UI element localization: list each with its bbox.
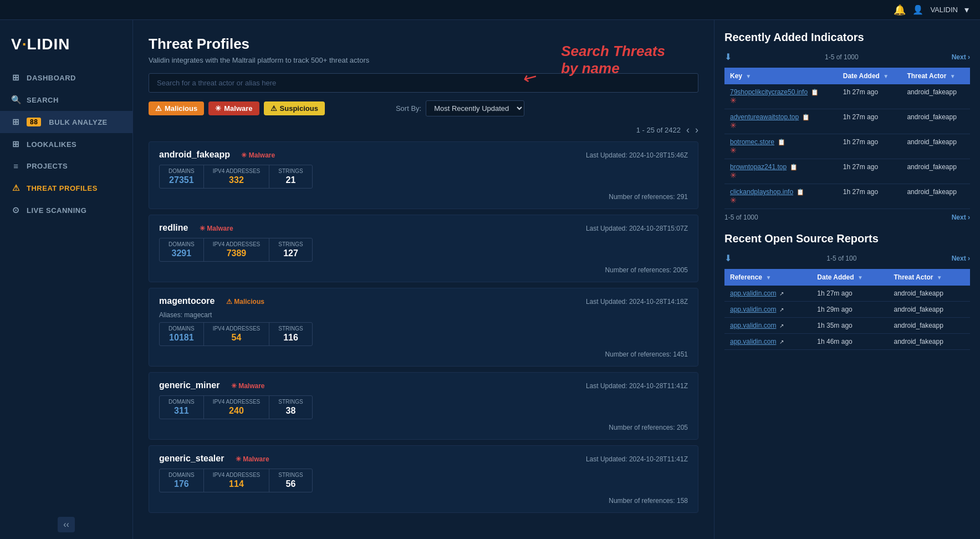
card-name[interactable]: redline xyxy=(159,223,188,232)
stat-strings: Strings 127 xyxy=(269,238,312,261)
copy-icon[interactable]: 📋 xyxy=(790,164,798,170)
indicator-key-link[interactable]: 79shopclikcitycraze50.info xyxy=(730,88,808,96)
copy-icon[interactable]: 📋 xyxy=(811,89,819,95)
sidebar-item-dashboard[interactable]: ⊞ DASHBOARD xyxy=(0,67,132,89)
sidebar-item-bulk-analyze[interactable]: ⊞ 88 BULK ANALYZE xyxy=(0,111,132,133)
stat-domains-value: 3291 xyxy=(169,248,195,258)
card-last-updated: Last Updated: 2024-10-28T15:46Z xyxy=(586,151,688,159)
page-title: Threat Profiles xyxy=(149,35,698,53)
col-actor-osr-filter-icon[interactable]: ▼ xyxy=(937,274,942,281)
stat-domains-value: 311 xyxy=(169,406,195,416)
col-threat-actor-osr: Threat Actor ▼ xyxy=(888,269,970,286)
card-badge-malicious: ⚠ Malicious xyxy=(222,297,269,307)
recently-added-footer-next[interactable]: Next › xyxy=(952,213,970,221)
logo-v: V xyxy=(11,35,22,53)
sidebar-item-projects[interactable]: ≡ PROJECTS xyxy=(0,155,132,177)
card-last-updated: Last Updated: 2024-10-28T15:07Z xyxy=(586,225,688,232)
threat-search-input[interactable] xyxy=(149,73,698,93)
external-link-icon: ↗ xyxy=(779,307,784,313)
col-date-filter-icon[interactable]: ▼ xyxy=(883,73,889,79)
filter-malware-badge[interactable]: ✳ Malware xyxy=(208,101,259,115)
threat-actor-cell: android_fakeapp xyxy=(888,334,970,350)
card-last-updated: Last Updated: 2024-10-28T11:41Z xyxy=(586,455,688,463)
indicator-key-link[interactable]: adventureawaitstop.top xyxy=(730,113,799,121)
card-stats: Domains 176 IPv4 Addresses 114 Strings 5… xyxy=(159,469,313,492)
sidebar-item-search-label: SEARCH xyxy=(27,96,59,104)
topbar-dropdown-icon[interactable]: ▾ xyxy=(964,4,969,15)
logo-text: V·LIDIN xyxy=(11,35,121,53)
filter-suspicious-badge[interactable]: ⚠ Suspicious xyxy=(264,101,325,115)
stat-domains-label: Domains xyxy=(169,399,195,405)
stat-strings: Strings 21 xyxy=(269,165,312,188)
col-date-osr-filter-icon[interactable]: ▼ xyxy=(858,274,863,281)
col-actor-filter-icon[interactable]: ▼ xyxy=(950,73,956,79)
sidebar-item-lookalikes[interactable]: ⊞ LOOKALIKES xyxy=(0,133,132,155)
open-source-download-icon[interactable]: ⬇ xyxy=(724,253,732,263)
indicator-key-link[interactable]: browntopaz241.top xyxy=(730,163,787,171)
indicator-key-cell: browntopaz241.top 📋 ✳ xyxy=(724,159,838,184)
topbar-user-label[interactable]: VALIDIN xyxy=(930,6,958,14)
sidebar-item-threat-profiles-label: THREAT PROFILES xyxy=(27,184,98,192)
stat-strings-value: 116 xyxy=(278,333,303,343)
threat-cards-list: android_fakeapp ✳ Malware Last Updated: … xyxy=(149,141,698,513)
recently-added-download-icon[interactable]: ⬇ xyxy=(724,52,732,62)
sort-select[interactable]: Most Recently Updated Name A-Z Most Doma… xyxy=(426,100,524,116)
card-name-section: magentocore ⚠ Malicious xyxy=(159,296,269,307)
table-row: 79shopclikcitycraze50.info 📋 ✳ 1h 27m ag… xyxy=(724,84,970,109)
stat-ipv4-label: IPv4 Addresses xyxy=(213,399,261,405)
card-header: generic_miner ✳ Malware Last Updated: 20… xyxy=(159,380,688,391)
logo-rest: LIDIN xyxy=(27,35,70,53)
sidebar-item-live-scanning[interactable]: ⊙ LIVE SCANNING xyxy=(0,199,132,221)
reference-link[interactable]: app.validin.com xyxy=(730,338,776,345)
reference-link[interactable]: app.validin.com xyxy=(730,289,776,297)
suspicious-label: Suspicious xyxy=(280,104,318,113)
table-row: botromec.store 📋 ✳ 1h 27m ago android_fa… xyxy=(724,134,970,159)
col-threat-actor: Threat Actor ▼ xyxy=(901,68,970,84)
card-name[interactable]: android_fakeapp xyxy=(159,150,230,159)
copy-icon[interactable]: 📋 xyxy=(802,114,810,120)
stat-ipv4-label: IPv4 Addresses xyxy=(213,168,261,174)
indicator-key-link[interactable]: clickandplayshop.info xyxy=(730,188,793,196)
card-header: android_fakeapp ✳ Malware Last Updated: … xyxy=(159,150,688,160)
open-source-next-button[interactable]: Next › xyxy=(952,255,970,262)
external-link-icon: ↗ xyxy=(779,339,784,345)
page-subtitle: Validin integrates with the Maltrail pla… xyxy=(149,56,698,64)
card-refs: Number of references: 1451 xyxy=(159,350,688,358)
malware-indicator-icon: ✳ xyxy=(730,96,832,105)
threat-profiles-icon: ⚠ xyxy=(11,183,21,193)
table-row: clickandplayshop.info 📋 ✳ 1h 27m ago and… xyxy=(724,184,970,209)
stat-domains-label: Domains xyxy=(169,326,195,332)
stat-domains: Domains 27351 xyxy=(160,165,204,188)
card-header: magentocore ⚠ Malicious Last Updated: 20… xyxy=(159,296,688,307)
copy-icon[interactable]: 📋 xyxy=(778,139,785,145)
filter-malicious-badge[interactable]: ⚠ Malicious xyxy=(149,101,204,115)
col-key-filter-icon[interactable]: ▼ xyxy=(746,73,751,79)
col-ref-filter-icon[interactable]: ▼ xyxy=(765,274,771,281)
copy-icon[interactable]: 📋 xyxy=(797,189,804,195)
main-content: Threat Profiles Validin integrates with … xyxy=(133,20,714,539)
table-row: adventureawaitstop.top 📋 ✳ 1h 27m ago an… xyxy=(724,109,970,134)
reference-link[interactable]: app.validin.com xyxy=(730,306,776,313)
table-row: app.validin.com ↗ 1h 35m ago android_fak… xyxy=(724,318,970,334)
next-page-button[interactable]: › xyxy=(695,124,698,136)
sidebar-item-search[interactable]: 🔍 SEARCH xyxy=(0,89,132,111)
card-refs: Number of references: 205 xyxy=(159,424,688,431)
stat-ipv4-value: 332 xyxy=(213,175,261,185)
sort-by-label: Sort By: xyxy=(396,104,421,113)
col-date-added-osr: Date Added ▼ xyxy=(811,269,888,286)
sidebar-item-threat-profiles[interactable]: ⚠ THREAT PROFILES xyxy=(0,177,132,199)
card-name[interactable]: generic_stealer xyxy=(159,454,224,463)
sidebar-collapse-button[interactable]: ‹‹ xyxy=(58,517,75,532)
card-name[interactable]: generic_miner xyxy=(159,380,220,390)
recently-added-footer-info: 1-5 of 1000 xyxy=(724,213,758,221)
notification-bell-icon[interactable]: 🔔 xyxy=(894,4,906,16)
date-added-cell: 1h 27m ago xyxy=(838,184,902,209)
stat-strings-label: Strings xyxy=(278,168,303,174)
reference-link[interactable]: app.validin.com xyxy=(730,322,776,329)
recently-added-next-button[interactable]: Next › xyxy=(952,53,970,61)
card-name[interactable]: magentocore xyxy=(159,296,215,306)
indicator-key-link[interactable]: botromec.store xyxy=(730,138,774,146)
date-added-cell: 1h 27m ago xyxy=(811,286,888,302)
prev-page-button[interactable]: ‹ xyxy=(686,124,690,136)
open-source-title: Recent Open Source Reports xyxy=(724,232,970,245)
